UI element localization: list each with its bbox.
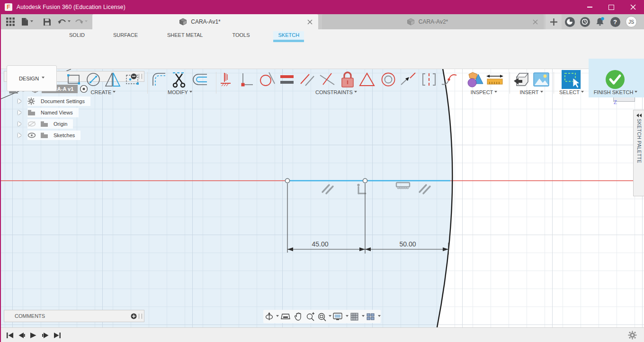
user-initials[interactable]: JS: [626, 16, 637, 27]
settings-gear-icon[interactable]: [628, 331, 637, 340]
finish-sketch-label[interactable]: FINISH SKETCH: [589, 89, 643, 95]
midpoint-constraint-icon[interactable]: [358, 71, 376, 88]
expand-arrow-icon[interactable]: [18, 110, 24, 115]
expand-left-icon[interactable]: [636, 113, 643, 118]
document-tab-inactive[interactable]: CARA-Av2*: [322, 14, 544, 29]
insert-group-label[interactable]: INSERT: [508, 89, 555, 95]
notifications-bell-icon[interactable]: [593, 14, 607, 29]
sketch-palette-collapsed[interactable]: SKETCH PALETTE: [633, 110, 644, 196]
sketch-point-mid[interactable]: [363, 178, 367, 183]
perpendicular-constraint-icon[interactable]: [318, 71, 336, 88]
curvature-constraint-icon[interactable]: [440, 71, 458, 88]
timeline-step-forward-icon[interactable]: [39, 330, 51, 341]
item-label[interactable]: Named Views: [41, 110, 73, 115]
file-menu-icon[interactable]: [20, 14, 34, 29]
tab-sheet-metal[interactable]: SHEET METAL: [162, 31, 207, 40]
workspace-selector[interactable]: DESIGN: [7, 65, 57, 91]
browser-item-sketches[interactable]: Sketches: [18, 131, 144, 140]
workspace-label[interactable]: DESIGN: [19, 76, 39, 81]
ribbon: DESIGN SOLID SURFACE SHEET METAL TOOLS S…: [0, 29, 644, 69]
viewports-caret[interactable]: [378, 315, 381, 318]
finish-sketch-icon[interactable]: [605, 69, 626, 90]
expand-arrow-icon[interactable]: [18, 99, 24, 104]
concentric-constraint-icon[interactable]: [380, 71, 397, 88]
tab-sketch[interactable]: SKETCH: [273, 31, 304, 42]
trim-tool-icon[interactable]: [171, 70, 188, 88]
timeline-go-start-icon[interactable]: [4, 330, 16, 341]
help-icon[interactable]: ?: [608, 14, 622, 29]
item-label[interactable]: Sketches: [54, 132, 75, 138]
undo-icon[interactable]: [56, 14, 72, 29]
select-tool-icon[interactable]: [562, 70, 581, 89]
fit-icon[interactable]: [316, 310, 327, 323]
app-grid-icon[interactable]: [3, 14, 18, 29]
mirror-tool-icon[interactable]: [105, 71, 121, 88]
pan-icon[interactable]: [292, 310, 304, 323]
inspect-group-label[interactable]: INSPECT: [460, 89, 508, 95]
equal-constraint-icon[interactable]: [400, 71, 417, 88]
close-tab-icon[interactable]: [307, 19, 313, 25]
user-avatar[interactable]: JS: [624, 14, 639, 29]
browser-item-origin[interactable]: Origin: [18, 119, 144, 129]
extensions-icon[interactable]: [563, 14, 576, 29]
item-label[interactable]: Document Settings: [41, 98, 85, 104]
grid-settings-icon[interactable]: [349, 310, 360, 323]
close-button[interactable]: [622, 0, 644, 14]
collinear-constraint-icon[interactable]: [279, 73, 295, 86]
select-group-label[interactable]: SELECT: [549, 89, 594, 95]
maximize-button[interactable]: [600, 0, 622, 14]
viewports-icon[interactable]: [365, 310, 376, 323]
new-tab-button[interactable]: [546, 14, 562, 29]
browser-item-document-settings[interactable]: Document Settings: [18, 96, 144, 106]
dimension-value-45[interactable]: 45.00: [312, 240, 328, 248]
save-icon[interactable]: [41, 14, 53, 29]
eye-icon[interactable]: [27, 132, 36, 138]
modify-group-label[interactable]: MODIFY: [156, 89, 204, 95]
close-tab-icon[interactable]: [533, 19, 538, 25]
document-tab-active[interactable]: CARA-Av1*: [92, 14, 318, 29]
expand-arrow-icon[interactable]: [18, 133, 24, 138]
zoom-icon[interactable]: [304, 310, 316, 323]
expand-arrow-icon[interactable]: [18, 122, 24, 126]
browser-item-named-views[interactable]: Named Views: [18, 108, 144, 117]
sketch-point-left[interactable]: [285, 178, 289, 183]
eye-hidden-icon[interactable]: [27, 121, 36, 127]
timeline-go-end-icon[interactable]: [51, 330, 63, 341]
fix-lock-constraint-icon[interactable]: [339, 70, 357, 89]
display-settings-icon[interactable]: [331, 310, 344, 323]
folder-icon: [40, 132, 48, 139]
horizontal-vertical-constraint-icon[interactable]: [219, 71, 233, 88]
timeline-play-icon[interactable]: [27, 330, 39, 341]
comments-grip[interactable]: [139, 314, 142, 319]
inactive-tab-label[interactable]: CARA-Av2*: [419, 18, 448, 25]
item-label[interactable]: Origin: [54, 121, 67, 127]
circle-tool-icon[interactable]: [85, 71, 101, 88]
minimize-button[interactable]: [579, 0, 600, 14]
insert-image-icon[interactable]: [533, 72, 550, 87]
tab-surface[interactable]: SURFACE: [108, 31, 143, 40]
symmetry-constraint-icon[interactable]: [420, 71, 438, 88]
point-rectangle-tool-icon[interactable]: [124, 71, 140, 88]
measure-tool-icon[interactable]: [486, 73, 504, 87]
job-status-clock-icon[interactable]: [578, 14, 591, 29]
inspect-shapes-icon[interactable]: [467, 71, 484, 88]
expand-circle-icon[interactable]: [131, 313, 137, 319]
tab-solid[interactable]: SOLID: [64, 31, 89, 40]
constraints-group-label[interactable]: CONSTRAINTS: [308, 89, 365, 95]
look-at-icon[interactable]: [279, 310, 292, 323]
tangent-constraint-icon[interactable]: [259, 71, 276, 88]
coincident-constraint-icon[interactable]: [239, 71, 254, 88]
rectangle-tool-icon[interactable]: [66, 71, 82, 88]
create-group-label[interactable]: CREATE: [80, 89, 127, 95]
tab-tools[interactable]: TOOLS: [227, 31, 254, 40]
insert-mesh-icon[interactable]: [513, 71, 530, 88]
active-tab-label[interactable]: CARA-Av1*: [191, 18, 220, 25]
fillet-tool-icon[interactable]: [151, 71, 167, 88]
orbit-icon[interactable]: [263, 310, 275, 323]
dimension-value-50[interactable]: 50.00: [399, 240, 416, 248]
offset-tool-icon[interactable]: [191, 71, 208, 88]
comments-header[interactable]: COMMENTS: [4, 310, 144, 322]
redo-icon[interactable]: [73, 14, 89, 29]
timeline-step-back-icon[interactable]: [16, 330, 27, 341]
parallel-constraint-icon[interactable]: [299, 71, 316, 88]
